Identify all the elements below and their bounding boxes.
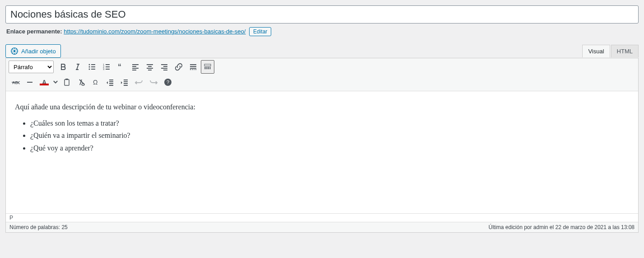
svg-rect-15 <box>206 68 208 69</box>
tab-html[interactable]: HTML <box>611 45 639 57</box>
svg-text:?: ? <box>167 80 169 85</box>
post-title-input[interactable] <box>5 5 639 23</box>
content-list: ¿Cuáles son los temas a tratar? ¿Quién v… <box>30 117 629 154</box>
status-bar: Número de palabras: 25 Última edición po… <box>6 222 638 232</box>
editor-container: Párrafo 123 “ ABC A Ω ? Aquí añade una d <box>5 58 639 233</box>
svg-rect-17 <box>210 68 211 69</box>
svg-rect-13 <box>210 67 211 68</box>
content-intro: Aquí añade una descripción de tu webinar… <box>15 101 629 113</box>
bullet-list-button[interactable] <box>85 60 99 74</box>
svg-point-2 <box>89 64 90 66</box>
indent-button[interactable] <box>118 75 131 89</box>
kitchen-sink-button[interactable] <box>201 60 214 74</box>
svg-rect-9 <box>204 64 211 66</box>
svg-text:ABC: ABC <box>12 80 20 85</box>
numbered-list-button[interactable]: 123 <box>100 60 113 74</box>
svg-rect-14 <box>204 68 206 69</box>
svg-text:“: “ <box>118 63 121 70</box>
bold-button[interactable] <box>56 60 70 74</box>
redo-button[interactable] <box>147 75 160 89</box>
word-count: Número de palabras: 25 <box>9 224 68 230</box>
text-color-chevron[interactable] <box>52 75 59 89</box>
svg-rect-11 <box>206 67 208 68</box>
outdent-button[interactable] <box>103 75 117 89</box>
more-button[interactable] <box>186 60 200 74</box>
svg-rect-12 <box>208 67 209 68</box>
strikethrough-button[interactable]: ABC <box>9 75 22 89</box>
clear-format-button[interactable] <box>74 75 88 89</box>
add-media-button[interactable]: Añadir objeto <box>5 44 61 58</box>
svg-rect-16 <box>208 68 209 69</box>
help-button[interactable]: ? <box>161 75 175 89</box>
svg-point-4 <box>89 69 90 70</box>
quote-button[interactable]: “ <box>114 60 128 74</box>
permalink-label: Enlace permanente: <box>6 28 62 35</box>
link-button[interactable] <box>172 60 185 74</box>
editor-content[interactable]: Aquí añade una descripción de tu webinar… <box>6 91 638 213</box>
align-right-button[interactable] <box>158 60 171 74</box>
svg-point-21 <box>82 84 84 85</box>
last-edit: Última edición por admin el 22 de marzo … <box>488 224 635 230</box>
hr-button[interactable] <box>23 75 37 89</box>
element-path[interactable]: P <box>6 213 638 222</box>
special-char-button[interactable]: Ω <box>89 75 102 89</box>
editor-tabs: Visual HTML <box>582 44 639 57</box>
undo-button[interactable] <box>132 75 146 89</box>
list-item: ¿Quién va a impartir el seminario? <box>30 130 629 141</box>
list-item: ¿Cuáles son los temas a tratar? <box>30 117 629 129</box>
svg-rect-20 <box>65 79 68 80</box>
list-item: ¿Qué voy a aprender? <box>30 142 629 154</box>
add-media-label: Añadir objeto <box>21 48 56 55</box>
media-icon <box>10 47 19 55</box>
italic-button[interactable] <box>71 60 84 74</box>
editor-toolbar: Párrafo 123 “ ABC A Ω ? <box>6 58 638 91</box>
svg-text:Ω: Ω <box>93 79 97 86</box>
align-left-button[interactable] <box>129 60 142 74</box>
paste-text-button[interactable] <box>60 75 74 89</box>
permalink-link[interactable]: https://tudominio.com/zoom/zoom-meetings… <box>64 28 246 35</box>
svg-rect-19 <box>65 80 69 85</box>
svg-text:3: 3 <box>103 68 105 70</box>
tab-visual[interactable]: Visual <box>582 45 610 57</box>
text-color-button[interactable]: A <box>37 75 51 89</box>
permalink-row: Enlace permanente: https://tudominio.com… <box>6 27 639 36</box>
align-center-button[interactable] <box>143 60 157 74</box>
svg-point-1 <box>14 50 16 52</box>
format-select[interactable]: Párrafo <box>9 61 54 73</box>
svg-rect-10 <box>204 67 206 68</box>
svg-point-3 <box>89 66 90 68</box>
edit-permalink-button[interactable]: Editar <box>249 27 271 36</box>
